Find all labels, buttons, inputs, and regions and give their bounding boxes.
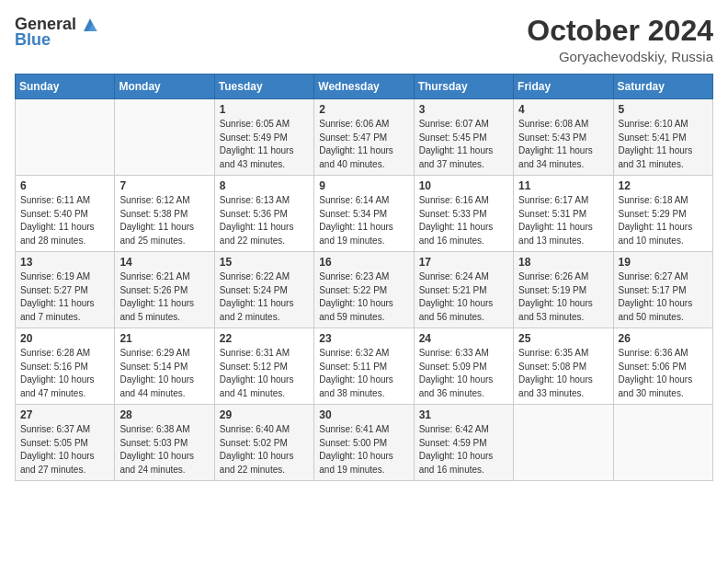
calendar-cell: 20Sunrise: 6:28 AM Sunset: 5:16 PM Dayli… [16, 328, 115, 405]
day-info: Sunrise: 6:19 AM Sunset: 5:27 PM Dayligh… [20, 270, 109, 324]
calendar-cell: 29Sunrise: 6:40 AM Sunset: 5:02 PM Dayli… [214, 405, 313, 481]
day-number: 6 [20, 179, 109, 192]
calendar-week-row: 20Sunrise: 6:28 AM Sunset: 5:16 PM Dayli… [16, 328, 713, 405]
day-info: Sunrise: 6:11 AM Sunset: 5:40 PM Dayligh… [20, 194, 109, 247]
day-number: 24 [419, 332, 508, 345]
calendar-cell: 25Sunrise: 6:35 AM Sunset: 5:08 PM Dayli… [514, 328, 613, 405]
day-info: Sunrise: 6:36 AM Sunset: 5:06 PM Dayligh… [619, 347, 708, 400]
day-info: Sunrise: 6:27 AM Sunset: 5:17 PM Dayligh… [619, 270, 708, 324]
weekday-header-thursday: Thursday [414, 75, 513, 99]
weekday-header-row: SundayMondayTuesdayWednesdayThursdayFrid… [16, 75, 713, 99]
day-number: 5 [619, 103, 708, 116]
page-header: General Blue October 2024 Goryachevodski… [15, 15, 713, 64]
weekday-header-friday: Friday [514, 75, 613, 99]
calendar-week-row: 6Sunrise: 6:11 AM Sunset: 5:40 PM Daylig… [16, 176, 713, 252]
calendar-cell: 11Sunrise: 6:17 AM Sunset: 5:31 PM Dayli… [514, 176, 613, 252]
day-number: 25 [518, 332, 608, 345]
calendar-cell: 19Sunrise: 6:27 AM Sunset: 5:17 PM Dayli… [613, 252, 712, 328]
weekday-header-sunday: Sunday [16, 75, 115, 99]
calendar-cell: 28Sunrise: 6:38 AM Sunset: 5:03 PM Dayli… [115, 405, 214, 481]
day-info: Sunrise: 6:06 AM Sunset: 5:47 PM Dayligh… [319, 118, 408, 171]
day-info: Sunrise: 6:10 AM Sunset: 5:41 PM Dayligh… [619, 118, 708, 171]
calendar-cell: 5Sunrise: 6:10 AM Sunset: 5:41 PM Daylig… [613, 99, 712, 176]
day-number: 16 [319, 256, 408, 269]
calendar-cell: 21Sunrise: 6:29 AM Sunset: 5:14 PM Dayli… [115, 328, 214, 405]
day-number: 29 [220, 408, 309, 421]
calendar-table: SundayMondayTuesdayWednesdayThursdayFrid… [15, 74, 713, 481]
day-number: 12 [619, 179, 708, 192]
location-text: Goryachevodskiy, Russia [527, 49, 713, 64]
calendar-cell: 18Sunrise: 6:26 AM Sunset: 5:19 PM Dayli… [514, 252, 613, 328]
day-number: 20 [20, 332, 109, 345]
day-info: Sunrise: 6:08 AM Sunset: 5:43 PM Dayligh… [518, 118, 608, 171]
day-number: 2 [319, 103, 408, 116]
day-number: 3 [419, 103, 508, 116]
calendar-cell: 4Sunrise: 6:08 AM Sunset: 5:43 PM Daylig… [514, 99, 613, 176]
month-title: October 2024 [527, 15, 713, 47]
calendar-cell: 12Sunrise: 6:18 AM Sunset: 5:29 PM Dayli… [613, 176, 712, 252]
calendar-cell: 3Sunrise: 6:07 AM Sunset: 5:45 PM Daylig… [414, 99, 513, 176]
day-number: 9 [319, 179, 408, 192]
day-number: 28 [119, 408, 209, 421]
day-number: 8 [220, 179, 309, 192]
day-info: Sunrise: 6:07 AM Sunset: 5:45 PM Dayligh… [419, 118, 508, 171]
day-number: 23 [319, 332, 408, 345]
day-number: 7 [119, 179, 209, 192]
calendar-cell: 31Sunrise: 6:42 AM Sunset: 4:59 PM Dayli… [414, 405, 513, 481]
weekday-header-saturday: Saturday [613, 75, 712, 99]
day-info: Sunrise: 6:21 AM Sunset: 5:26 PM Dayligh… [119, 270, 209, 324]
calendar-week-row: 1Sunrise: 6:05 AM Sunset: 5:49 PM Daylig… [16, 99, 713, 176]
calendar-cell: 15Sunrise: 6:22 AM Sunset: 5:24 PM Dayli… [214, 252, 313, 328]
day-info: Sunrise: 6:24 AM Sunset: 5:21 PM Dayligh… [419, 270, 508, 324]
day-info: Sunrise: 6:18 AM Sunset: 5:29 PM Dayligh… [619, 194, 708, 247]
calendar-cell: 24Sunrise: 6:33 AM Sunset: 5:09 PM Dayli… [414, 328, 513, 405]
day-info: Sunrise: 6:42 AM Sunset: 4:59 PM Dayligh… [419, 423, 508, 477]
calendar-cell: 14Sunrise: 6:21 AM Sunset: 5:26 PM Dayli… [115, 252, 214, 328]
calendar-header: SundayMondayTuesdayWednesdayThursdayFrid… [16, 75, 713, 99]
calendar-cell [16, 99, 115, 176]
day-info: Sunrise: 6:38 AM Sunset: 5:03 PM Dayligh… [119, 423, 209, 477]
calendar-cell: 27Sunrise: 6:37 AM Sunset: 5:05 PM Dayli… [16, 405, 115, 481]
calendar-cell: 1Sunrise: 6:05 AM Sunset: 5:49 PM Daylig… [214, 99, 313, 176]
weekday-header-wednesday: Wednesday [314, 75, 414, 99]
day-info: Sunrise: 6:22 AM Sunset: 5:24 PM Dayligh… [220, 270, 309, 324]
day-info: Sunrise: 6:33 AM Sunset: 5:09 PM Dayligh… [419, 347, 508, 400]
logo-icon [80, 15, 100, 35]
day-info: Sunrise: 6:40 AM Sunset: 5:02 PM Dayligh… [220, 423, 309, 477]
day-info: Sunrise: 6:29 AM Sunset: 5:14 PM Dayligh… [119, 347, 209, 400]
day-info: Sunrise: 6:31 AM Sunset: 5:12 PM Dayligh… [220, 347, 309, 400]
day-number: 30 [319, 408, 408, 421]
day-number: 15 [220, 256, 309, 269]
weekday-header-monday: Monday [115, 75, 214, 99]
calendar-cell: 30Sunrise: 6:41 AM Sunset: 5:00 PM Dayli… [314, 405, 414, 481]
day-number: 31 [419, 408, 508, 421]
calendar-body: 1Sunrise: 6:05 AM Sunset: 5:49 PM Daylig… [16, 99, 713, 481]
day-info: Sunrise: 6:26 AM Sunset: 5:19 PM Dayligh… [518, 270, 608, 324]
day-number: 17 [419, 256, 508, 269]
day-info: Sunrise: 6:14 AM Sunset: 5:34 PM Dayligh… [319, 194, 408, 247]
calendar-cell: 13Sunrise: 6:19 AM Sunset: 5:27 PM Dayli… [16, 252, 115, 328]
day-number: 22 [220, 332, 309, 345]
day-number: 11 [518, 179, 608, 192]
day-info: Sunrise: 6:12 AM Sunset: 5:38 PM Dayligh… [119, 194, 209, 247]
calendar-cell: 8Sunrise: 6:13 AM Sunset: 5:36 PM Daylig… [214, 176, 313, 252]
day-info: Sunrise: 6:41 AM Sunset: 5:00 PM Dayligh… [319, 423, 408, 477]
day-info: Sunrise: 6:05 AM Sunset: 5:49 PM Dayligh… [220, 118, 309, 171]
day-number: 18 [518, 256, 608, 269]
day-number: 14 [119, 256, 209, 269]
calendar-cell: 26Sunrise: 6:36 AM Sunset: 5:06 PM Dayli… [613, 328, 712, 405]
day-info: Sunrise: 6:17 AM Sunset: 5:31 PM Dayligh… [518, 194, 608, 247]
calendar-week-row: 27Sunrise: 6:37 AM Sunset: 5:05 PM Dayli… [16, 405, 713, 481]
calendar-cell [115, 99, 214, 176]
day-info: Sunrise: 6:23 AM Sunset: 5:22 PM Dayligh… [319, 270, 408, 324]
calendar-cell: 22Sunrise: 6:31 AM Sunset: 5:12 PM Dayli… [214, 328, 313, 405]
calendar-cell: 2Sunrise: 6:06 AM Sunset: 5:47 PM Daylig… [314, 99, 414, 176]
calendar-cell: 9Sunrise: 6:14 AM Sunset: 5:34 PM Daylig… [314, 176, 414, 252]
day-number: 19 [619, 256, 708, 269]
calendar-cell: 10Sunrise: 6:16 AM Sunset: 5:33 PM Dayli… [414, 176, 513, 252]
day-info: Sunrise: 6:28 AM Sunset: 5:16 PM Dayligh… [20, 347, 109, 400]
calendar-cell: 23Sunrise: 6:32 AM Sunset: 5:11 PM Dayli… [314, 328, 414, 405]
day-number: 21 [119, 332, 209, 345]
weekday-header-tuesday: Tuesday [214, 75, 313, 99]
day-number: 1 [220, 103, 309, 116]
